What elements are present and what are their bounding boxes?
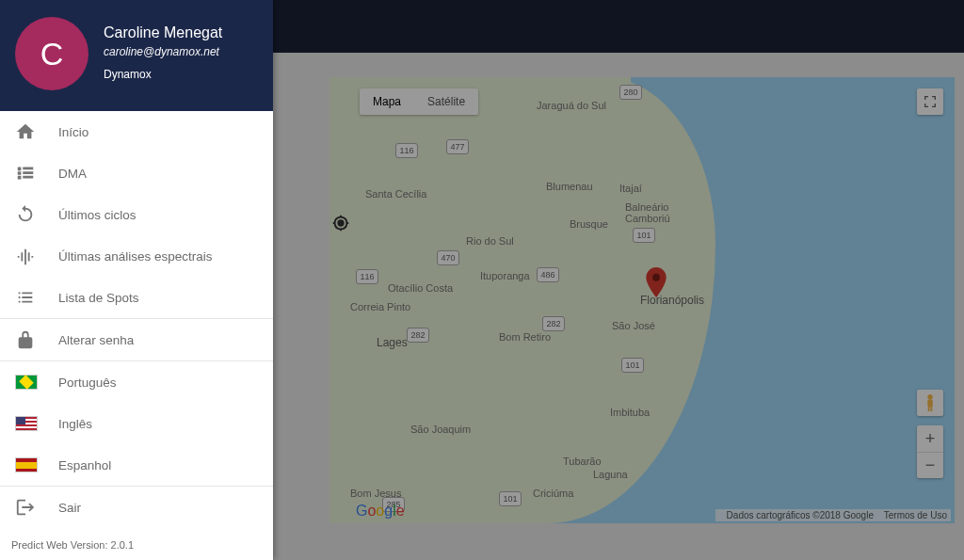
list-icon [15,287,58,308]
profile-email: caroline@dynamox.net [104,45,222,58]
menu-item-es[interactable]: Espanhol [0,444,273,486]
menu-scroll[interactable]: Início DMA Últimos ciclos Últimas anális… [0,111,273,530]
menu-item-en[interactable]: Inglês [0,403,273,444]
flag-br-icon [15,375,58,390]
flag-es-icon [15,457,58,472]
nav-drawer: C Caroline Menegat caroline@dynamox.net … [0,0,273,560]
menu-item-dma[interactable]: DMA [0,152,273,194]
home-icon [15,121,58,142]
waveform-icon [15,246,58,266]
menu-label-sair: Sair [58,501,81,515]
menu-item-sair[interactable]: Sair [0,487,273,528]
menu-label-senha: Alterar senha [58,333,134,347]
logout-icon [15,497,58,518]
profile-header: C Caroline Menegat caroline@dynamox.net … [0,0,273,111]
menu-item-spots[interactable]: Lista de Spots [0,277,273,318]
menu-item-senha[interactable]: Alterar senha [0,319,273,360]
menu-label-dma: DMA [58,167,87,181]
menu-label-spots: Lista de Spots [58,291,139,305]
menu-label-ciclos: Últimos ciclos [58,208,137,222]
lock-icon [15,329,58,350]
menu-label-espectrais: Últimas análises espectrais [58,249,213,264]
menu-label-es: Espanhol [58,458,111,472]
menu-item-espectrais[interactable]: Últimas análises espectrais [0,235,273,277]
menu-item-pt[interactable]: Português [0,361,273,403]
list-alt-icon [15,163,58,184]
menu-label-pt: Português [58,376,117,390]
menu-label-home: Início [58,125,88,139]
avatar: C [15,17,88,90]
refresh-icon [15,204,58,225]
flag-us-icon [15,416,58,431]
profile-company: Dynamox [104,68,222,81]
menu-item-home[interactable]: Início [0,111,273,152]
menu-label-en: Inglês [58,417,92,431]
version-footer: Predict Web Version: 2.0.1 [0,530,273,560]
menu-item-ciclos[interactable]: Últimos ciclos [0,194,273,235]
profile-name: Caroline Menegat [104,24,222,41]
